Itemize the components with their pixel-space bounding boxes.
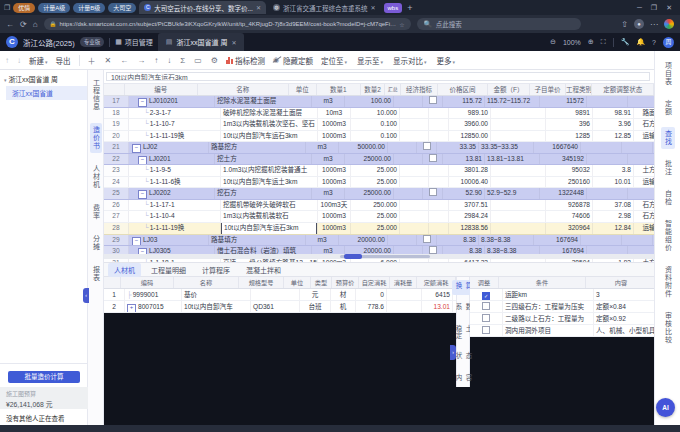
tab-group-pill[interactable]: 大司空: [108, 3, 136, 13]
add-row-icon[interactable]: ＋: [88, 55, 96, 66]
document-tab[interactable]: ▤ 浙江xx国省道 周 ✕: [158, 33, 245, 51]
minimize-button[interactable]: ─: [637, 4, 642, 12]
delete-row-icon[interactable]: ✕: [105, 56, 112, 65]
search-box[interactable]: 🔍 点此搜索: [417, 18, 581, 30]
name-edit-box[interactable]: 10t以内自卸汽车运石3km: [221, 223, 317, 234]
expand-icon[interactable]: −: [138, 156, 147, 165]
adjust-row[interactable]: ✓运距km3: [470, 289, 654, 301]
table-row[interactable]: 26└1-1-17-1挖掘机带破碎头破碎软石100m3天250.0003707.…: [104, 200, 654, 212]
menu-ellipsis-icon[interactable]: ⋯: [650, 20, 658, 29]
expand-icon[interactable]: −: [132, 144, 141, 153]
tab-close-icon[interactable]: ✕: [370, 4, 375, 11]
adjust-row[interactable]: 洞内用洞外项目人、机械、小型机具: [470, 325, 654, 337]
user-avatar[interactable]: 周: [663, 37, 674, 48]
right-tab-自检[interactable]: 自检: [661, 187, 675, 209]
close-window-button[interactable]: ✕: [666, 4, 672, 12]
right-tab-查找[interactable]: 查找: [661, 127, 675, 149]
left-tab-报表[interactable]: 报表: [90, 263, 102, 285]
bottom-tab-人材机[interactable]: 人材机: [108, 263, 141, 277]
left-tab-费率[interactable]: 费率: [90, 201, 102, 223]
table-row[interactable]: 18└2-3-1-7破碎机挖除水泥混凝土面层10m310.000989.1098…: [104, 108, 654, 120]
browser-tab[interactable]: ◍浙江省交通工程综合查重系统✕: [268, 1, 381, 14]
right-tab-项目表[interactable]: 项目表: [661, 59, 675, 89]
close-document-icon[interactable]: ✕: [231, 39, 236, 46]
adjust-checkbox[interactable]: [482, 314, 490, 322]
back-icon[interactable]: ←: [6, 20, 14, 29]
right-tab-资料附件[interactable]: 资料附件: [661, 263, 675, 301]
row-checkbox[interactable]: [423, 235, 431, 243]
refresh-icon[interactable]: ⟳: [20, 20, 27, 29]
tab-group-pill[interactable]: 优情: [13, 3, 35, 13]
help-icon[interactable]: ?: [652, 39, 656, 46]
bookmark-star-icon[interactable]: ☆: [399, 21, 404, 28]
dropdown-2[interactable]: 显示对比▾: [393, 55, 427, 66]
collapse-adjust-panel-handle[interactable]: ›: [450, 345, 456, 360]
formula-input[interactable]: 10t以内自卸汽车运石3km: [106, 72, 650, 81]
row-checkbox[interactable]: [429, 188, 437, 196]
move-down-icon[interactable]: ↓: [167, 56, 171, 65]
tree-root-item[interactable]: ▾ 浙江xx国省道 周: [0, 70, 87, 86]
table-row[interactable]: 29−LJ03路基填方m320000.008.388.38~8.38167694: [104, 235, 654, 247]
ai-assistant-button[interactable]: AI: [656, 398, 675, 417]
browser-logo-icon[interactable]: [664, 19, 674, 29]
tab-group-pill[interactable]: 计量A级: [38, 3, 70, 13]
left-tab-人材机[interactable]: 人材机: [90, 162, 102, 192]
adjust-row[interactable]: 二级路以上石方：工程量为定额×0.92: [470, 313, 654, 325]
right-tab-批注[interactable]: 批注: [661, 157, 675, 179]
settings-icon[interactable]: ⚙: [211, 56, 218, 65]
collapse-down-icon[interactable]: ↓: [17, 56, 21, 65]
scrollbar-thumb[interactable]: [344, 254, 362, 259]
batch-calc-button[interactable]: 批量造价计算: [8, 371, 80, 383]
undo-icon[interactable]: ←: [120, 56, 128, 65]
adjust-checkbox[interactable]: [482, 302, 490, 310]
new-button[interactable]: 新建▾: [29, 55, 48, 66]
bell-icon[interactable]: 🔔: [636, 38, 645, 46]
tools-icon[interactable]: 🔧: [621, 38, 630, 46]
resource-row[interactable]: 2+800701510t以内自卸汽车QD361台班机778.613.018.45…: [104, 301, 456, 313]
row-checkbox[interactable]: [429, 154, 437, 162]
tab-group-pill[interactable]: 计量B级: [73, 3, 105, 13]
bottom-tab-混凝土拌和[interactable]: 混凝土拌和: [240, 263, 287, 277]
fullscreen-icon[interactable]: ⛶: [601, 38, 606, 46]
hide-quota-button[interactable]: 隐藏定额: [273, 55, 313, 66]
expand-plus-icon[interactable]: +: [127, 304, 136, 312]
table-row[interactable]: 19└1-1-10-71m3以内装载机装次坚石、坚石1000m30.100396…: [104, 119, 654, 131]
export-button[interactable]: 导出: [56, 55, 71, 66]
left-tab-造价书[interactable]: 造价书: [90, 123, 102, 153]
table-row[interactable]: 25−LJ0202挖石方m325000.0052.9052.9~52.91322…: [104, 188, 654, 200]
table-row[interactable]: 24└1-1-11-6换10t以内自卸汽车运土3km1000m325.00010…: [104, 177, 654, 189]
table-row[interactable]: 27└1-1-10-41m3以内装载机装软石1000m325.0002984.2…: [104, 211, 654, 223]
sum-icon[interactable]: Σ: [180, 56, 185, 65]
row-checkbox[interactable]: [423, 142, 431, 150]
profile-avatar[interactable]: ●: [634, 19, 644, 29]
adjust-row[interactable]: 三四级石方：工程量为压实定额×0.84: [470, 301, 654, 313]
expand-icon[interactable]: −: [132, 237, 141, 246]
browser-tab[interactable]: C大司空云计价-在线分享、数字价...✕: [139, 1, 266, 14]
zoom-in-icon[interactable]: ⊕: [588, 38, 594, 46]
right-tab-智能组价[interactable]: 智能组价: [661, 217, 675, 255]
bottom-tab-工程量明细[interactable]: 工程量明细: [145, 263, 192, 277]
row-checkbox[interactable]: [429, 96, 437, 104]
new-tab-button[interactable]: +: [407, 3, 412, 13]
collapse-up-icon[interactable]: ↑: [5, 56, 9, 65]
tab-group-wbs[interactable]: wbs: [384, 3, 403, 13]
expand-icon[interactable]: −: [138, 98, 147, 107]
right-tab-审核比较[interactable]: 审核比较: [661, 309, 675, 347]
right-tab-定额[interactable]: 定额: [661, 97, 675, 119]
zoom-out-icon[interactable]: ⊖: [550, 38, 556, 46]
table-row[interactable]: 20└1-1-11-19换10t以内自卸汽车运石3km1000m30.10012…: [104, 131, 654, 143]
adjust-checkbox[interactable]: ✓: [482, 292, 490, 300]
move-up-icon[interactable]: ↑: [154, 56, 158, 65]
app-logo[interactable]: C: [6, 36, 18, 48]
expand-icon[interactable]: −: [138, 190, 147, 199]
collapse-left-panel-handle[interactable]: ‹: [83, 288, 89, 303]
adjust-tab-内容[interactable]: 内容: [452, 372, 474, 387]
tree-child-item-selected[interactable]: 浙江xx国省道: [6, 86, 87, 100]
dropdown-0[interactable]: 定位至▾: [321, 55, 347, 66]
bottom-tab-计算程序[interactable]: 计算程序: [196, 263, 236, 277]
redo-icon[interactable]: →: [137, 56, 145, 65]
horizontal-scrollbar[interactable]: [104, 254, 654, 259]
resource-row[interactable]: 1├9999001基价元材064156415.000: [104, 289, 456, 301]
left-tab-工程信息[interactable]: 工程信息: [90, 76, 102, 114]
dropdown-1[interactable]: 显示至▾: [357, 55, 383, 66]
